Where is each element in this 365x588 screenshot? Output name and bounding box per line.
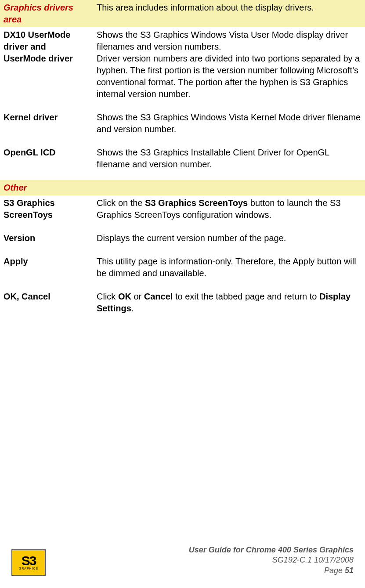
page-footer: S3 GRAPHICS User Guide for Chrome 400 Se… — [0, 545, 365, 576]
row-label: OpenGL ICD — [0, 145, 93, 172]
footer-page-number: 51 — [345, 566, 354, 575]
row-version: Version Displays the current version num… — [0, 231, 365, 246]
section-label: Other — [0, 180, 93, 195]
row-desc: Click OK or Cancel to exit the tabbed pa… — [93, 289, 365, 316]
footer-doc-ref: SG192-C.1 10/17/2008 — [189, 555, 354, 565]
text-fragment: . — [131, 303, 134, 313]
section-header-other: Other — [0, 180, 365, 195]
row-desc: Displays the current version number of t… — [93, 231, 365, 246]
logo-sub-text: GRAPHICS — [19, 566, 39, 570]
definitions-table: Graphics drivers area This area includes… — [0, 0, 365, 316]
row-label: Kernel driver — [0, 110, 93, 137]
row-desc: Shows the S3 Graphics Windows Vista Kern… — [93, 110, 365, 137]
text-fragment: Click — [97, 292, 118, 301]
text-fragment: Click on the — [97, 198, 145, 208]
row-kernel-driver: Kernel driver Shows the S3 Graphics Wind… — [0, 110, 365, 137]
row-desc: Shows the S3 Graphics Installable Client… — [93, 145, 365, 172]
row-desc: Shows the S3 Graphics Windows Vista User… — [93, 27, 365, 102]
bold-text: OK — [118, 292, 131, 301]
row-opengl-icd: OpenGL ICD Shows the S3 Graphics Install… — [0, 145, 365, 172]
row-label: DX10 UserMode driver and UserMode driver — [0, 27, 93, 102]
row-desc: This utility page is information-only. T… — [93, 254, 365, 281]
row-dx10-usermode: DX10 UserMode driver and UserMode driver… — [0, 27, 365, 102]
text-fragment: or — [131, 292, 144, 301]
section-header-graphics-drivers: Graphics drivers area This area includes… — [0, 0, 365, 27]
footer-text-block: User Guide for Chrome 400 Series Graphic… — [189, 545, 354, 576]
s3-logo: S3 GRAPHICS — [11, 549, 46, 576]
row-ok-cancel: OK, Cancel Click OK or Cancel to exit th… — [0, 289, 365, 316]
footer-title: User Guide for Chrome 400 Series Graphic… — [189, 545, 354, 555]
footer-page-label: Page — [324, 566, 345, 575]
row-label: Version — [0, 231, 93, 246]
section-desc: This area includes information about the… — [93, 0, 365, 27]
row-desc: Click on the S3 Graphics ScreenToys butt… — [93, 195, 365, 223]
text-fragment: to exit the tabbed page and return to — [173, 292, 319, 301]
row-label: OK, Cancel — [0, 289, 93, 316]
row-label: S3 Graphics ScreenToys — [0, 195, 93, 223]
bold-text: Cancel — [144, 292, 173, 301]
row-screentoys: S3 Graphics ScreenToys Click on the S3 G… — [0, 195, 365, 223]
bold-text: S3 Graphics ScreenToys — [145, 198, 248, 208]
row-apply: Apply This utility page is information-o… — [0, 254, 365, 281]
section-label: Graphics drivers area — [0, 0, 93, 27]
footer-page: Page 51 — [189, 566, 354, 576]
row-label: Apply — [0, 254, 93, 281]
logo-main-text: S3 — [22, 555, 36, 566]
